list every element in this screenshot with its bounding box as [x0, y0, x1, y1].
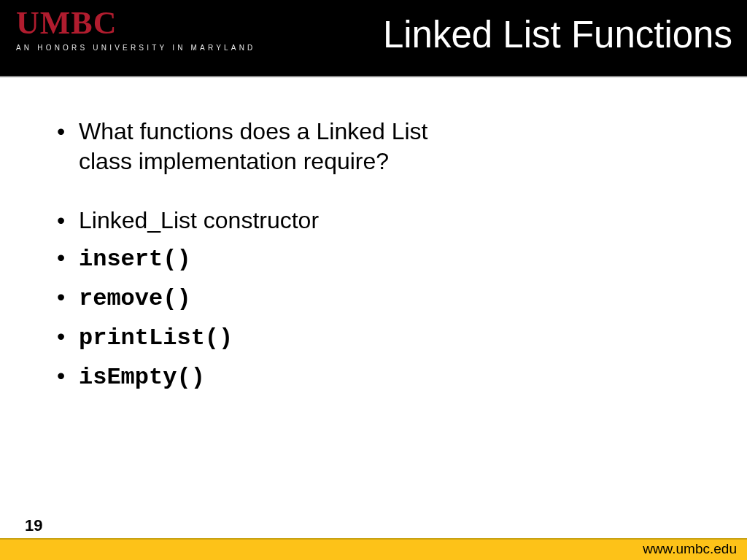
- bullet-remove: remove(): [51, 282, 703, 314]
- slide-title: Linked List Functions: [383, 13, 732, 56]
- slide-header: UMBC AN HONORS UNIVERSITY IN MARYLAND Li…: [0, 0, 747, 76]
- page-number: 19: [25, 516, 42, 535]
- remove-text: remove(): [79, 285, 191, 312]
- logo-subtitle: AN HONORS UNIVERSITY IN MARYLAND: [16, 44, 256, 52]
- slide-body: What functions does a Linked List class …: [51, 117, 703, 400]
- header-divider: [0, 76, 747, 77]
- umbc-logo: UMBC AN HONORS UNIVERSITY IN MARYLAND: [16, 7, 256, 52]
- question-line2: class implementation require?: [79, 148, 389, 174]
- bullet-isempty: isEmpty(): [51, 361, 703, 393]
- bullet-constructor: Linked_List constructor: [51, 206, 703, 236]
- slide: UMBC AN HONORS UNIVERSITY IN MARYLAND Li…: [0, 0, 747, 560]
- bullet-insert: insert(): [51, 243, 703, 275]
- insert-text: insert(): [79, 246, 191, 273]
- bullet-printlist: printList(): [51, 322, 703, 354]
- constructor-text: Linked_List constructor: [79, 207, 319, 233]
- isempty-text: isEmpty(): [79, 364, 205, 391]
- printlist-text: printList(): [79, 324, 233, 351]
- footer-url: www.umbc.edu: [643, 541, 737, 557]
- spacer: [51, 184, 703, 206]
- question-line1: What functions does a Linked List: [79, 118, 428, 144]
- bullet-question: What functions does a Linked List class …: [51, 117, 703, 176]
- slide-footer: www.umbc.edu: [0, 538, 747, 560]
- logo-text: UMBC: [16, 7, 256, 39]
